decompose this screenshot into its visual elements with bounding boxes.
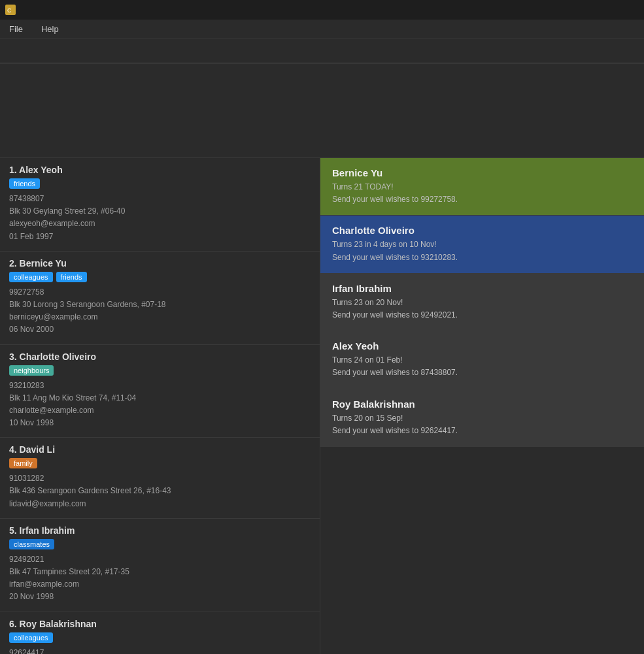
birthday-name: Irfan Ibrahim [332,283,632,294]
titlebar-left: C [5,5,20,15]
contact-list: 1. Alex Yeohfriends87438807Blk 30 Geylan… [0,158,320,654]
contact-tags: colleagues [9,632,311,643]
contact-info: 87438807Blk 30 Geylang Street 29, #06-40… [9,193,311,243]
contact-info: 91031282Blk 436 Serangoon Gardens Street… [9,472,311,510]
birthday-card[interactable]: Roy BalakrishnanTurns 20 on 15 Sep!Send … [320,389,644,447]
contact-tags: family [9,458,311,468]
contact-name: 3. Charlotte Oliveiro [9,352,311,362]
search-input[interactable] [5,43,639,59]
contact-card[interactable]: 5. Irfan Ibrahimclassmates92492021Blk 47… [0,519,320,612]
minimize-button[interactable] [568,0,592,20]
tag-friends: friends [9,178,40,189]
birthday-panel: Bernice YuTurns 21 TODAY!Send your well … [320,158,644,654]
svg-text:C: C [7,7,12,14]
empty-area [0,63,644,158]
titlebar: C [0,0,644,20]
window-controls [568,0,639,20]
contact-info: 92624417Blk 45 Aljunied Street 85, #11-3… [9,647,311,654]
main-content: 1. Alex Yeohfriends87438807Blk 30 Geylan… [0,158,644,654]
contact-tags: colleaguesfriends [9,272,311,282]
birthday-card[interactable]: Alex YeohTurns 24 on 01 Feb!Send your we… [320,331,644,389]
menu-help[interactable]: Help [37,22,63,37]
birthday-name: Charlotte Oliveiro [332,225,632,236]
birthday-card[interactable]: Charlotte OliveiroTurns 23 in 4 days on … [320,216,644,273]
contact-info: 93210283Blk 11 Ang Mo Kio Street 74, #11… [9,380,311,430]
birthday-name: Roy Balakrishnan [332,399,632,410]
contact-name: 2. Bernice Yu [9,258,311,269]
contact-card[interactable]: 2. Bernice Yucolleaguesfriends99272758Bl… [0,252,320,345]
maximize-button[interactable] [592,0,615,20]
birthday-detail: Turns 23 in 4 days on 10 Nov!Send your w… [332,238,632,263]
contact-info: 99272758Blk 30 Lorong 3 Serangoon Garden… [9,286,311,336]
contact-name: 5. Irfan Ibrahim [9,525,311,536]
contact-tags: neighbours [9,365,311,376]
contact-card[interactable]: 6. Roy Balakrishnancolleagues92624417Blk… [0,612,320,654]
birthday-card[interactable]: Irfan IbrahimTurns 23 on 20 Nov!Send you… [320,274,644,331]
app-icon: C [5,5,16,15]
birthday-detail: Turns 21 TODAY!Send your well wishes to … [332,181,632,206]
contact-tags: classmates [9,539,311,549]
contact-info: 92492021Blk 47 Tampines Street 20, #17-3… [9,553,311,604]
contact-name: 1. Alex Yeoh [9,165,311,175]
contact-card[interactable]: 3. Charlotte Oliveironeighbours93210283B… [0,345,320,438]
tag-colleagues: colleagues [9,272,53,282]
menubar: File Help [0,20,644,39]
contact-card[interactable]: 1. Alex Yeohfriends87438807Blk 30 Geylan… [0,158,320,252]
birthday-detail: Turns 23 on 20 Nov!Send your well wishes… [332,297,632,321]
birthday-name: Alex Yeoh [332,340,632,352]
tag-neighbours: neighbours [9,365,54,376]
tag-colleagues: colleagues [9,632,53,643]
birthday-card[interactable]: Bernice YuTurns 21 TODAY!Send your well … [320,158,644,216]
birthday-name: Bernice Yu [332,167,632,178]
birthday-detail: Turns 24 on 01 Feb!Send your well wishes… [332,354,632,379]
close-button[interactable] [615,0,639,20]
tag-family: family [9,458,37,468]
contact-tags: friends [9,178,311,189]
tag-classmates: classmates [9,539,54,549]
birthday-detail: Turns 20 on 15 Sep!Send your well wishes… [332,412,632,437]
tag-friends: friends [56,272,87,282]
contact-name: 6. Roy Balakrishnan [9,619,311,629]
menu-file[interactable]: File [5,22,27,37]
searchbar [0,39,644,63]
contact-card[interactable]: 4. David Lifamily91031282Blk 436 Serango… [0,438,320,519]
contact-name: 4. David Li [9,444,311,455]
